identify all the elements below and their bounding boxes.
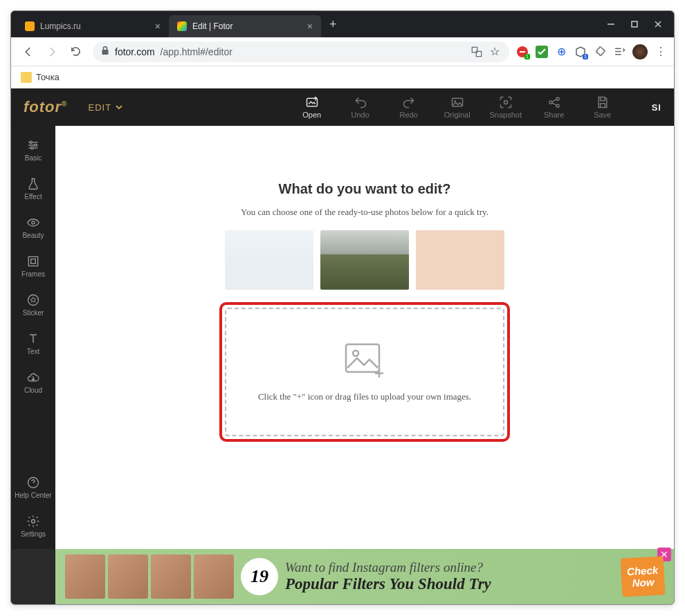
svg-point-35	[353, 351, 358, 356]
close-button[interactable]	[653, 19, 663, 29]
new-tab-button[interactable]: +	[321, 13, 345, 36]
extensions-button[interactable]	[594, 46, 606, 58]
save-icon	[596, 95, 610, 109]
profile-avatar[interactable]	[632, 44, 648, 59]
sidebar-item-basic[interactable]: Basic	[11, 133, 55, 167]
frame-icon	[26, 254, 40, 268]
welcome-subtitle: You can choose one of the ready-to-use p…	[241, 207, 488, 218]
svg-point-33	[32, 520, 35, 523]
menu-button[interactable]: ⋮	[655, 46, 667, 58]
reload-button[interactable]	[65, 41, 86, 62]
sidebar-item-settings[interactable]: Settings	[11, 509, 55, 543]
browser-window: Lumpics.ru × Edit | Fotor × + fotor.com/…	[10, 10, 675, 605]
open-icon	[305, 95, 319, 109]
reading-list-icon[interactable]	[613, 46, 625, 58]
upload-dropzone[interactable]: Click the "+" icon or drag files to uplo…	[225, 308, 504, 436]
svg-point-27	[31, 147, 33, 149]
url-bar[interactable]: fotor.com/app.html#/editor ☆	[93, 41, 509, 62]
banner-line-2: Popular Filters You Should Try	[285, 575, 614, 593]
extension-adblock[interactable]: 1	[516, 46, 529, 58]
sample-photo-1[interactable]	[225, 230, 313, 290]
svg-rect-34	[346, 344, 379, 372]
image-plus-icon	[342, 342, 387, 379]
toolbar: Open Undo Redo Original Snapshot	[292, 95, 623, 119]
tab-title: Lumpics.ru	[40, 21, 81, 31]
close-icon[interactable]: ×	[155, 21, 161, 32]
window-controls	[595, 11, 674, 37]
fotor-logo[interactable]: fotor®	[24, 98, 67, 116]
bookmarks-bar: Точка	[11, 66, 674, 88]
help-icon	[26, 476, 40, 489]
snapshot-icon	[499, 95, 513, 109]
sidebar-item-help[interactable]: Help Center	[11, 470, 55, 505]
image-icon	[450, 95, 464, 109]
save-button[interactable]: Save	[583, 95, 623, 119]
tab-lumpics[interactable]: Lumpics.ru ×	[17, 15, 169, 37]
close-icon[interactable]: ×	[307, 21, 313, 32]
svg-rect-8	[520, 51, 525, 53]
favicon-fotor	[177, 21, 187, 31]
app-header: fotor® EDIT Open Undo Redo	[11, 88, 674, 126]
banner-thumb	[151, 554, 191, 599]
banner-line-1: Want to find Instagram filters online?	[285, 560, 614, 575]
svg-line-20	[551, 100, 556, 102]
sign-in-text[interactable]: SI	[652, 102, 661, 113]
minimize-button[interactable]	[606, 19, 616, 29]
promo-banner[interactable]: ✕ 19 Want to find Instagram filters onli…	[55, 549, 674, 604]
sample-photos	[225, 230, 504, 290]
app-body: Basic Effect Beauty Frames Sticker	[11, 126, 674, 549]
extension-globe[interactable]: ⊕	[555, 46, 567, 58]
tab-strip: Lumpics.ru × Edit | Fotor × +	[11, 11, 595, 37]
dropzone-highlight: Click the "+" icon or drag files to uplo…	[219, 302, 510, 442]
star-icon	[26, 293, 40, 307]
sidebar-item-beauty[interactable]: Beauty	[11, 210, 55, 245]
mode-label: EDIT	[88, 102, 111, 113]
maximize-button[interactable]	[630, 19, 639, 29]
sidebar-item-effect[interactable]: Effect	[11, 171, 55, 206]
translate-icon[interactable]	[471, 46, 483, 58]
lock-icon	[101, 46, 109, 57]
sidebar-item-text[interactable]: Text	[11, 326, 55, 361]
svg-line-21	[551, 103, 556, 105]
sample-photo-2[interactable]	[320, 230, 409, 290]
undo-button[interactable]: Undo	[340, 95, 381, 119]
original-button[interactable]: Original	[437, 95, 477, 119]
svg-point-16	[504, 101, 507, 104]
extension-check[interactable]	[536, 46, 548, 58]
sidebar-item-sticker[interactable]: Sticker	[11, 288, 55, 322]
sliders-icon	[26, 138, 40, 152]
sidebar: Basic Effect Beauty Frames Sticker	[11, 126, 55, 549]
snapshot-button[interactable]: Snapshot	[486, 95, 526, 119]
favicon-lumpics	[25, 21, 35, 31]
dropzone-text: Click the "+" icon or drag files to uplo…	[258, 391, 471, 402]
svg-point-25	[30, 141, 32, 143]
share-button[interactable]: Share	[534, 95, 574, 119]
back-button[interactable]	[18, 41, 39, 62]
open-button[interactable]: Open	[292, 95, 332, 119]
sample-photo-3[interactable]	[416, 230, 504, 290]
bookmark-item[interactable]: Точка	[36, 72, 60, 82]
text-icon	[26, 332, 40, 346]
banner-thumb	[108, 554, 148, 599]
banner-cta-button[interactable]: Check Now	[621, 556, 666, 597]
address-bar: fotor.com/app.html#/editor ☆ 1 ⊕ 1 ⋮	[11, 37, 674, 66]
svg-rect-14	[452, 98, 462, 106]
tab-fotor[interactable]: Edit | Fotor ×	[169, 15, 321, 37]
forward-button[interactable]	[42, 41, 62, 62]
redo-icon	[402, 95, 416, 109]
sidebar-item-cloud[interactable]: Cloud	[11, 365, 55, 400]
undo-icon	[354, 95, 367, 109]
banner-number: 19	[241, 558, 278, 595]
extension-cube[interactable]: 1	[574, 46, 587, 58]
tab-title: Edit | Fotor	[192, 21, 232, 31]
banner-thumb	[194, 554, 234, 599]
banner-text: Want to find Instagram filters online? P…	[285, 560, 614, 593]
chevron-down-icon	[116, 104, 122, 111]
folder-icon	[21, 72, 32, 83]
svg-rect-29	[28, 256, 37, 265]
sidebar-item-frames[interactable]: Frames	[11, 249, 55, 283]
star-icon[interactable]: ☆	[488, 46, 501, 58]
redo-button[interactable]: Redo	[389, 95, 429, 119]
mode-dropdown[interactable]: EDIT	[88, 102, 122, 113]
svg-point-28	[32, 221, 35, 224]
